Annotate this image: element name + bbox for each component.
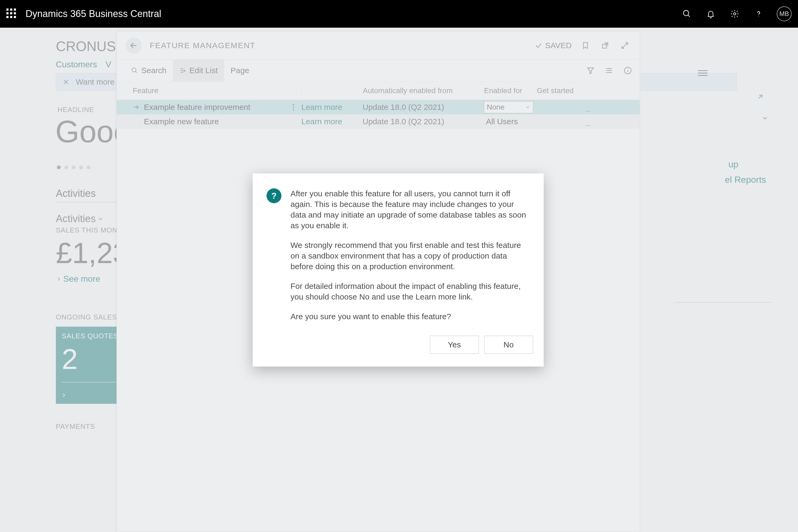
yes-button[interactable]: Yes [430,336,479,354]
question-icon: ? [267,188,281,203]
search-icon[interactable] [681,8,693,20]
dialog-text: After you enable this feature for all us… [290,188,526,322]
dialog-p1: After you enable this feature for all us… [290,188,526,231]
app-bar: Dynamics 365 Business Central MB [0,0,798,28]
app-launcher-icon[interactable] [6,8,17,19]
help-icon[interactable] [753,8,764,20]
no-button[interactable]: No [484,336,533,354]
app-title: Dynamics 365 Business Central [25,8,161,19]
dialog-p4: Are you sure you want to enable this fea… [290,311,526,322]
confirm-dialog: ? After you enable this feature for all … [253,173,544,366]
user-avatar[interactable]: MB [777,6,792,21]
dialog-p2: We strongly recommend that you first ena… [290,240,526,272]
appbar-actions: MB [681,6,792,21]
dialog-p3: For detailed information about the impac… [290,281,526,302]
settings-gear-icon[interactable] [729,8,741,20]
dialog-buttons: Yes No [253,332,544,366]
svg-point-2 [734,13,736,15]
notifications-icon[interactable] [705,8,717,20]
svg-point-3 [758,16,759,16]
svg-line-1 [688,15,690,17]
svg-point-0 [683,11,689,16]
